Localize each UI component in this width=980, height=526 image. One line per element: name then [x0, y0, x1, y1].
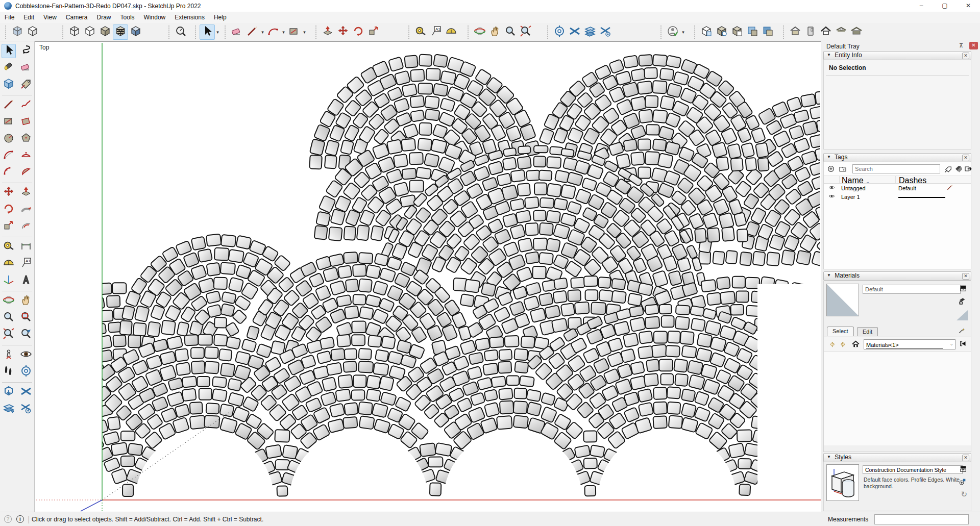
tags-header[interactable]: ▼ Tags ✕ [823, 153, 971, 162]
tape-measure-button[interactable] [413, 24, 428, 40]
hidden-line-button[interactable] [82, 24, 97, 40]
menu-item-camera[interactable]: Camera [61, 12, 92, 23]
materials-tab-edit[interactable]: Edit [857, 327, 878, 336]
menu-item-edit[interactable]: Edit [19, 12, 39, 23]
tool-push-pull-button[interactable] [19, 186, 33, 200]
tool-zoom-extents-button[interactable] [2, 328, 16, 342]
tool-follow-me-button[interactable] [19, 203, 33, 217]
tool-zoom-button[interactable] [2, 311, 16, 325]
close-button[interactable]: ✕ [957, 0, 980, 12]
orbit-button[interactable] [472, 24, 487, 40]
minimize-button[interactable]: – [910, 0, 933, 12]
scale-button[interactable] [366, 24, 381, 40]
tool-scale-button[interactable] [2, 219, 16, 234]
avatar-dropdown-caret[interactable]: ▾ [680, 30, 686, 35]
menu-item-window[interactable]: Window [139, 12, 170, 23]
tool-extension-blue-4-button[interactable] [19, 402, 33, 416]
arc-tool-button[interactable] [265, 24, 281, 40]
warehouse-share-model-button[interactable] [803, 24, 818, 40]
sample-paint-icon[interactable] [957, 310, 968, 320]
tool-extension-blue-2-button[interactable] [19, 385, 33, 399]
menu-item-tools[interactable]: Tools [116, 12, 139, 23]
save-group-button[interactable] [745, 24, 760, 40]
component-view-button[interactable] [714, 24, 729, 40]
tag-details-icon[interactable] [964, 165, 972, 175]
rectangle-tool-button[interactable] [286, 24, 302, 40]
tool-section-plane-button[interactable] [19, 365, 33, 379]
measurements-input[interactable] [874, 514, 969, 524]
component-edit-button[interactable] [699, 24, 714, 40]
section-plane-button[interactable] [552, 24, 567, 40]
entity-info-header[interactable]: ▼ Entity Info ✕ [823, 51, 971, 60]
tags-col-dashes[interactable]: Dashes [895, 176, 955, 183]
tool-two-point-arc-button[interactable] [19, 148, 33, 163]
add-tag-icon[interactable] [827, 165, 835, 175]
tool-extension-blue-1-button[interactable] [2, 385, 16, 399]
tool-polygon-button[interactable] [19, 132, 33, 146]
shaded-button[interactable] [97, 24, 113, 40]
shaded-textures-button[interactable] [113, 24, 128, 40]
line-tool-dropdown-caret[interactable]: ▾ [260, 30, 265, 35]
move-button[interactable] [335, 24, 351, 40]
wireframe-button[interactable] [67, 24, 82, 40]
text-tool-button[interactable]: A1 [428, 24, 444, 40]
component-options-button[interactable] [729, 24, 745, 40]
pin-icon[interactable]: ⊼ [959, 42, 966, 49]
extension-manager-button[interactable] [849, 24, 864, 40]
tool-rectangle-button[interactable] [2, 115, 16, 129]
tags-search-input[interactable] [852, 164, 940, 173]
materials-list[interactable] [824, 351, 971, 445]
forward-arrow-icon[interactable] [839, 340, 847, 350]
extension-warehouse-button[interactable] [834, 24, 849, 40]
menu-item-file[interactable]: File [0, 12, 19, 23]
menu-item-help[interactable]: Help [209, 12, 231, 23]
back-edges-button[interactable] [25, 24, 40, 40]
tool-position-camera-button[interactable] [2, 348, 16, 362]
tool-protractor-button[interactable] [2, 257, 16, 271]
create-material-icon[interactable] [958, 297, 967, 308]
arc-tool-dropdown-caret[interactable]: ▾ [281, 30, 286, 35]
tag-row-layer1[interactable]: Layer 1 [824, 192, 971, 201]
tool-three-d-text-button[interactable] [19, 273, 33, 288]
select-arrow-button[interactable] [200, 24, 215, 40]
home-icon[interactable] [851, 340, 860, 350]
menu-item-extensions[interactable]: Extensions [170, 12, 209, 23]
entity-info-close-icon[interactable]: ✕ [962, 53, 969, 59]
model-viewport[interactable]: Top [35, 41, 821, 512]
update-style-icon[interactable]: ↻ [961, 490, 967, 499]
tool-zoom-previous-button[interactable] [19, 328, 33, 342]
tool-arc-button[interactable] [2, 148, 16, 163]
warehouse-home-button[interactable] [818, 24, 834, 40]
tool-lasso-button[interactable] [19, 44, 33, 58]
tool-circle-button[interactable] [2, 132, 16, 146]
eyedropper-icon[interactable] [958, 327, 966, 336]
tool-paint-bucket-button[interactable] [2, 61, 16, 75]
eraser-button[interactable] [229, 24, 244, 40]
geolocation-icon[interactable]: ? [4, 515, 12, 523]
tool-offset-button[interactable] [19, 219, 33, 234]
tool-select-button[interactable] [2, 44, 16, 58]
tool-walk-button[interactable] [2, 365, 16, 379]
menu-item-draw[interactable]: Draw [92, 12, 116, 23]
select-arrow-dropdown-caret[interactable]: ▾ [215, 30, 220, 35]
visible-eye-icon[interactable] [828, 192, 836, 202]
tool-axes-button[interactable] [2, 273, 16, 288]
menu-item-view[interactable]: View [39, 12, 61, 23]
save-component-button[interactable] [760, 24, 775, 40]
tool-orbit-button[interactable] [2, 294, 16, 308]
materials-tab-select[interactable]: Select [827, 327, 854, 336]
push-pull-button[interactable] [320, 24, 335, 40]
tool-zoom-window-button[interactable] [19, 311, 33, 325]
create-style-icon[interactable] [959, 478, 967, 488]
tool-dimension-button[interactable] [19, 240, 33, 254]
style-name-field[interactable] [863, 465, 963, 474]
display-section-planes-button[interactable] [582, 24, 598, 40]
purge-tags-icon[interactable] [944, 165, 952, 175]
tool-tape-measure-button[interactable] [2, 240, 16, 254]
styles-header[interactable]: ▼ Styles ✕ [823, 453, 971, 462]
search-button[interactable] [173, 24, 188, 40]
line-tool-button[interactable] [244, 24, 260, 40]
display-section-fill-button[interactable] [598, 24, 613, 40]
zoom-extents-button[interactable] [518, 24, 533, 40]
tray-close-button[interactable]: ✕ [969, 42, 978, 49]
